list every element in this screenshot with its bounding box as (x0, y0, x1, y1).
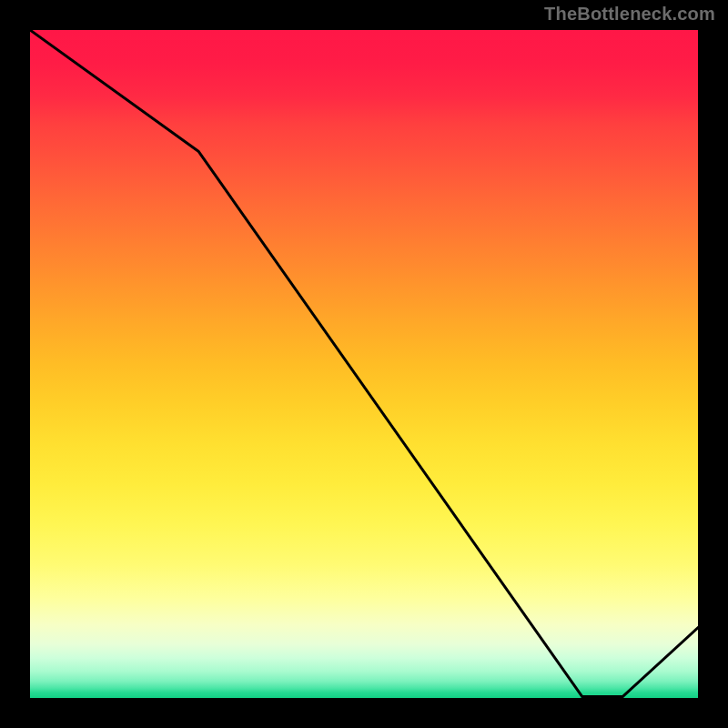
data-curve (30, 30, 701, 701)
watermark-text: TheBottleneck.com (544, 4, 715, 25)
chart-container: TheBottleneck.com (0, 0, 728, 728)
plot-area (27, 27, 701, 701)
